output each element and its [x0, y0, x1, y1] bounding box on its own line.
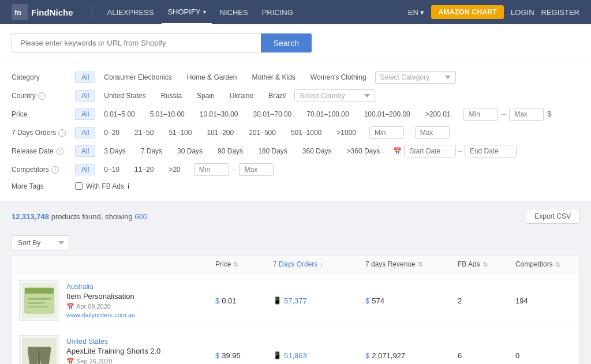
category-all[interactable]: All	[75, 72, 95, 83]
product-country-1[interactable]: Australia	[66, 283, 215, 291]
country-spain[interactable]: Spain	[190, 90, 221, 102]
date-30[interactable]: 30 Days	[171, 145, 209, 157]
price-10-30[interactable]: 10.01–30.00	[193, 108, 245, 120]
category-womens-clothing[interactable]: Women's Clothing	[304, 72, 373, 83]
product-thumb-2	[19, 335, 59, 364]
orders-201-500[interactable]: 201–500	[242, 127, 282, 138]
date-3[interactable]: 3 Days	[98, 145, 132, 157]
svg-rect-9	[28, 347, 51, 351]
country-select[interactable]: Select Country	[294, 89, 375, 102]
dollar-icon-1: $	[215, 297, 219, 305]
category-label: Category	[12, 73, 75, 81]
competitors-info-icon[interactable]: i	[51, 166, 59, 174]
fb-ads-checkbox[interactable]	[75, 182, 83, 190]
logo[interactable]: fn FindNiche	[12, 4, 73, 20]
revenue-sort-icon: ⇅	[418, 261, 423, 268]
product-thumb-1	[19, 280, 59, 321]
price-5-10[interactable]: 5.01–10.00	[144, 108, 191, 120]
revenue-col-1: $ 574	[365, 297, 458, 305]
date-180[interactable]: 180 Days	[252, 145, 294, 157]
country-brazil[interactable]: Brazil	[262, 90, 292, 102]
dollar-icon-2: $	[215, 351, 219, 360]
orders-501-1000[interactable]: 501–1000	[285, 127, 328, 138]
sort-by-select[interactable]: Sort By	[12, 235, 69, 250]
release-date-info-icon[interactable]: i	[56, 148, 63, 155]
login-link[interactable]: LOGIN	[511, 8, 534, 17]
date-7[interactable]: 7 Days	[134, 145, 169, 157]
seven-days-info-icon[interactable]: i	[58, 129, 66, 137]
price-30-70[interactable]: 30.01–70.00	[247, 108, 298, 120]
comp-all[interactable]: All	[75, 164, 95, 175]
price-200plus[interactable]: >200.01	[419, 108, 457, 120]
search-input[interactable]	[12, 33, 261, 52]
fbads-sort-icon: ⇅	[482, 261, 488, 268]
col-competitors-header[interactable]: Competitors ⇅	[515, 260, 585, 268]
orders-max-input[interactable]	[415, 126, 450, 139]
date-all[interactable]: All	[75, 145, 95, 157]
price-100-200[interactable]: 100.01–200.00	[358, 108, 417, 120]
orders-min-input[interactable]	[369, 126, 404, 139]
orders-51-100[interactable]: 51–100	[162, 127, 198, 138]
date-360[interactable]: 360 Days	[296, 145, 338, 157]
product-link-1[interactable]: www.dailyorders.com.au	[66, 312, 215, 318]
orders-101-200[interactable]: 101–200	[200, 127, 240, 138]
language-selector[interactable]: EN ▾	[408, 8, 425, 17]
date-360plus[interactable]: >360 Days	[341, 145, 387, 157]
comp-0-10[interactable]: 0–10	[98, 164, 126, 175]
navbar: fn FindNiche ALIEXPRESS SHOPIFY ▾ NICHES…	[0, 0, 591, 24]
date-90[interactable]: 90 Days	[211, 145, 249, 157]
price-max-input[interactable]	[509, 108, 544, 121]
country-all[interactable]: All	[75, 90, 95, 102]
nav-shopify[interactable]: SHOPIFY ▾	[162, 0, 211, 24]
col-product-header	[19, 260, 215, 268]
country-us[interactable]: United States	[98, 90, 152, 102]
category-consumer-electronics[interactable]: Consumer Electronics	[98, 72, 178, 83]
category-home-garden[interactable]: Home & Garden	[181, 72, 244, 83]
product-country-2[interactable]: United States	[66, 337, 215, 346]
end-date-input[interactable]	[465, 145, 517, 157]
nav-niches[interactable]: NICHES	[214, 0, 254, 24]
amazon-chart-button[interactable]: AMAZON CHART	[431, 5, 504, 19]
country-russia[interactable]: Russia	[154, 90, 188, 102]
price-range: – $	[463, 108, 551, 121]
export-csv-button[interactable]: Export CSV	[526, 209, 579, 224]
competitors-col-2: 0	[515, 351, 585, 360]
orders-1000plus[interactable]: >1000	[330, 127, 362, 138]
col-revenue-header[interactable]: 7 days Revenue ⇅	[365, 260, 458, 268]
product-name-2: ApexLite Training Shorts 2.0	[66, 347, 215, 357]
lang-arrow-icon: ▾	[420, 8, 424, 17]
calendar-icon-1: 📅	[66, 303, 74, 310]
register-link[interactable]: REGISTER	[541, 8, 579, 17]
dollar-rev-icon-2: $	[365, 351, 369, 360]
col-7days-orders-header[interactable]: 7 Days Orders ↓	[273, 260, 365, 268]
comp-max-input[interactable]	[239, 163, 274, 176]
search-button[interactable]: Search	[261, 33, 312, 52]
orders-all[interactable]: All	[75, 127, 95, 138]
table-section: Sort By Price ⇅ 7 Days Orders ↓ 7 days R…	[0, 231, 591, 364]
fb-ads-info-icon[interactable]: i	[128, 182, 129, 190]
comp-min-input[interactable]	[194, 163, 229, 176]
col-price-header[interactable]: Price ⇅	[215, 260, 273, 268]
country-info-icon[interactable]: i	[38, 92, 46, 100]
orders-0-20[interactable]: 0–20	[98, 127, 126, 138]
price-options: All 0.01–5.00 5.01–10.00 10.01–30.00 30.…	[75, 108, 579, 121]
comp-20plus[interactable]: >20	[162, 164, 186, 175]
orders-21-50[interactable]: 21–50	[128, 127, 160, 138]
nav-pricing[interactable]: PRICING	[256, 0, 299, 24]
more-tags-label: More Tags	[12, 182, 75, 190]
price-70-100[interactable]: 70.01–100.00	[300, 108, 355, 120]
comp-11-20[interactable]: 11–20	[128, 164, 160, 175]
col-fbads-header[interactable]: FB Ads ⇅	[458, 260, 515, 268]
nav-aliexpress[interactable]: ALIEXPRESS	[102, 0, 160, 24]
price-col-1: $ 0.01	[215, 297, 273, 305]
price-min-input[interactable]	[463, 108, 498, 121]
product-details-2: United States ApexLite Training Shorts 2…	[66, 337, 215, 364]
revenue-col-2: $ 2,071,927	[365, 351, 458, 360]
price-all[interactable]: All	[75, 108, 95, 120]
results-header: 12,313,748 products found, showing 600 E…	[0, 202, 591, 231]
price-0-5[interactable]: 0.01–5.00	[98, 108, 141, 120]
category-select[interactable]: Select Category	[375, 71, 456, 84]
country-ukraine[interactable]: Ukraine	[223, 90, 260, 102]
category-mother-kids[interactable]: Mother & Kids	[245, 72, 301, 83]
start-date-input[interactable]	[404, 145, 456, 157]
